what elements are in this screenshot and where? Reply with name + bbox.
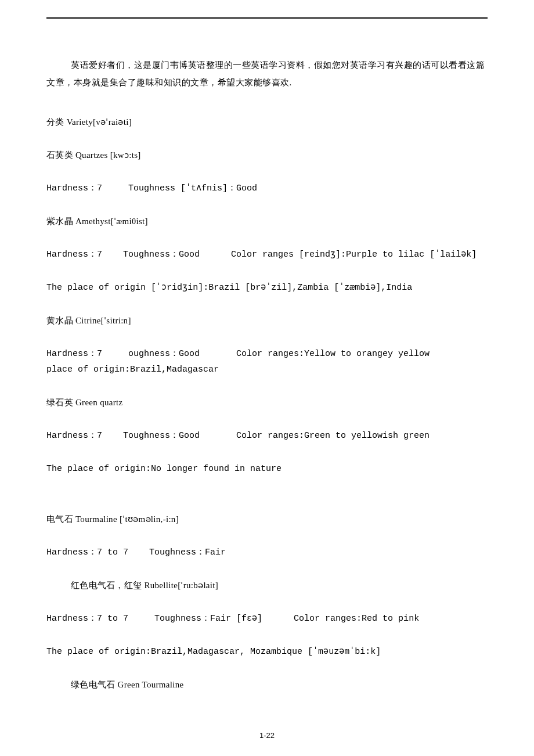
green-tourmaline-line: 绿色电气石 Green Tourmaline	[46, 677, 488, 693]
intro-paragraph: 英语爱好者们，这是厦门韦博英语整理的一些英语学习资料，假如您对英语学习有兴趣的话…	[46, 56, 488, 91]
rubellite-origin-line: The place of origin:Brazil,Madagascar, M…	[46, 644, 488, 660]
green-quartz-line: 绿石英 Green quartz	[46, 395, 488, 411]
citrine-line: 黄水晶 Citrine[ˈsitri:n]	[46, 313, 488, 329]
green-quartz-hardness-line: Hardness：7 Toughness：Good Color ranges:G…	[46, 428, 488, 444]
quartz-hardness-line: Hardness：7 Toughness [ˈtʌfnis]：Good	[46, 181, 488, 196]
document-page: 英语爱好者们，这是厦门韦博英语整理的一些英语学习资料，假如您对英语学习有兴趣的话…	[0, 0, 534, 756]
variety-line: 分类 Variety[vəˈraiəti]	[46, 114, 488, 130]
rubellite-line: 红色电气石，红玺 Rubellite[ˈru:bəlait]	[46, 578, 488, 593]
top-border-line	[46, 17, 488, 19]
tourmaline-hardness-line: Hardness：7 to 7 Toughness：Fair	[46, 545, 488, 560]
rubellite-hardness-line: Hardness：7 to 7 Toughness：Fair [fεə] Col…	[46, 611, 488, 627]
spacer	[46, 494, 488, 512]
page-number: 1-22	[0, 731, 534, 740]
quartzes-line: 石英类 Quartzes [kwɔ:ts]	[46, 147, 488, 163]
amethyst-line: 紫水晶 Amethyst[ˈæmiθist]	[46, 214, 488, 229]
green-quartz-origin-line: The place of origin:No longer found in n…	[46, 461, 488, 477]
citrine-detail-line: Hardness：7 oughness：Good Color ranges:Ye…	[46, 346, 488, 377]
amethyst-hardness-line: Hardness：7 Toughness：Good Color ranges […	[46, 247, 488, 262]
tourmaline-line: 电气石 Tourmaline [ˈtʊəməlin,-i:n]	[46, 512, 488, 527]
amethyst-origin-line: The place of origin [ˈɔridʒin]:Brazil [b…	[46, 280, 488, 296]
